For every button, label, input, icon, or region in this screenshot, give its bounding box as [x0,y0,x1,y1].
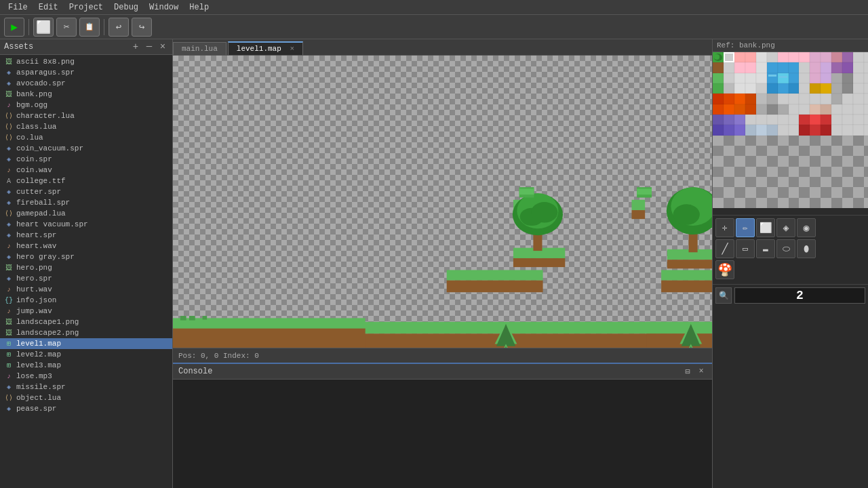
asset-item[interactable]: ◈avocado.spr [0,78,172,89]
play-button[interactable]: ▶ [4,18,24,37]
menu-help[interactable]: Help [184,1,214,14]
tool-move[interactable]: ✛ [715,218,734,237]
zoom-icon[interactable]: 🔍 [715,287,732,304]
svg-rect-40 [519,188,534,195]
asset-item[interactable]: ♪heart.wav [0,241,172,251]
asset-item[interactable]: ♪lose.mp3 [0,371,172,382]
asset-item[interactable]: ⟨⟩gamepad.lua [0,208,172,219]
asset-name: college.ttf [16,177,66,185]
asset-name: gamepad.lua [16,209,66,218]
asset-item[interactable]: 🖼landscape2.png [0,327,172,338]
asset-item[interactable]: ◈cutter.spr [0,186,172,197]
asset-item[interactable]: ◈coin.spr [0,154,172,165]
asset-item[interactable]: ◈hero.spr [0,273,172,284]
asset-item[interactable]: ⊞level3.map [0,360,172,371]
game-map-svg [173,56,712,348]
asset-item[interactable]: ♪hurt.wav [0,284,172,295]
svg-rect-16 [632,210,646,219]
toolbar-separator-2 [104,19,104,35]
asset-name: pease.spr [16,405,56,413]
tile-picker-canvas[interactable] [713,52,868,208]
asset-item[interactable]: ◈hero gray.spr [0,251,172,262]
asset-item[interactable]: 🖼hero.png [0,262,172,273]
asset-item[interactable]: {}info.json [0,295,172,306]
tool-rect-outline[interactable]: ▭ [736,239,755,258]
asset-item[interactable]: ♪coin.wav [0,165,172,176]
assets-title: Assets [4,42,33,52]
asset-name: avocado.spr [16,79,66,87]
ref-label: Ref: bank.png [717,41,775,49]
assets-add-btn[interactable]: + [130,41,141,52]
asset-item[interactable]: ⟨⟩character.lua [0,110,172,121]
asset-item[interactable]: ⟨⟩class.lua [0,121,172,132]
asset-icon: ◈ [4,68,14,77]
asset-icon: ⊞ [4,350,14,359]
asset-name: cutter.spr [16,188,61,196]
asset-item[interactable]: ◈heart vacuum.spr [0,219,172,230]
tab-level1-map[interactable]: level1.map × [228,41,303,55]
center-area: main.lua level1.map × [173,39,712,488]
asset-name: object.lua [16,394,61,402]
tool-rect-fill[interactable]: ▬ [756,239,775,258]
asset-item[interactable]: ⟨⟩co.lua [0,132,172,143]
asset-item[interactable]: ◈coin_vacuum.spr [0,143,172,154]
right-panel: Ref: bank.png ✛ ✏ ⬜ ◈ ◉ ╱ ▭ ▬ ⬭ [712,39,868,488]
assets-close-btn[interactable]: × [157,41,168,52]
map-canvas-area[interactable] [173,56,712,348]
tool-stamp[interactable]: ⬜ [756,218,775,237]
asset-icon: ◈ [4,187,14,197]
asset-item[interactable]: 🖼bank.png [0,89,172,100]
redo-button[interactable]: ↪ [132,18,152,37]
asset-icon: ♪ [4,100,14,110]
tab-close-level1[interactable]: × [290,45,294,53]
menu-window[interactable]: Window [144,1,184,14]
svg-rect-11 [661,270,712,280]
tool-select[interactable]: ◉ [797,218,816,237]
tool-pencil[interactable]: ✏ [736,218,755,237]
undo-button[interactable]: ↩ [108,18,129,37]
tool-ellipse-outline[interactable]: ⬭ [776,239,795,258]
asset-item[interactable]: ♪bgm.ogg [0,100,172,110]
asset-icon: ⊞ [4,339,14,348]
console-header: Console ⊟ × [173,364,712,380]
asset-item[interactable]: ⊞level1.map [0,338,172,349]
asset-icon: ◈ [4,79,14,88]
asset-icon: ⟨⟩ [4,209,14,218]
asset-icon: ◈ [4,220,14,229]
asset-item[interactable]: ⊞level2.map [0,349,172,360]
menu-debug[interactable]: Debug [108,1,144,14]
tool-line[interactable]: ╱ [715,239,734,258]
menu-edit[interactable]: Edit [33,1,64,14]
asset-item[interactable]: 🖼landscape1.png [0,317,172,327]
asset-name: bank.png [16,90,52,98]
asset-name: character.lua [16,112,75,120]
assets-minimize-btn[interactable]: ─ [144,41,155,52]
asset-item[interactable]: ⟨⟩object.lua [0,392,172,403]
console-close-btn[interactable]: × [696,366,707,377]
menu-project[interactable]: Project [64,1,108,14]
asset-item[interactable]: ◈missile.spr [0,382,172,392]
tool-fill[interactable]: ◈ [776,218,795,237]
console-panel: Console ⊟ × [173,363,712,488]
asset-item[interactable]: ◈asparagus.spr [0,67,172,78]
asset-item[interactable]: 🖼ascii 8x8.png [0,56,172,67]
menu-file[interactable]: File [3,1,33,14]
paste-button[interactable]: 📋 [79,18,100,37]
tab-main-lua[interactable]: main.lua [173,42,226,55]
asset-item[interactable]: ♪jump.wav [0,306,172,317]
tools-row-1: ✛ ✏ ⬜ ◈ ◉ [715,218,865,237]
asset-item[interactable]: ◈pease.spr [0,403,172,414]
asset-item[interactable]: ◈fireball.spr [0,197,172,208]
new-button[interactable]: ⬜ [33,18,54,37]
asset-icon: ◈ [4,198,14,207]
tile-picker-area[interactable] [713,52,868,215]
tool-ellipse-fill[interactable]: ⬮ [797,239,816,258]
tool-sprite[interactable]: 🍄 [715,260,734,279]
asset-name: landscape2.png [16,329,79,337]
cut-button[interactable]: ✂ [56,18,77,37]
asset-item[interactable]: Acollege.ttf [0,176,172,186]
asset-item[interactable]: ◈heart.spr [0,230,172,241]
asset-icon: ♪ [4,371,14,381]
console-expand-btn[interactable]: ⊟ [682,366,693,377]
asset-name: fireball.spr [16,199,70,207]
